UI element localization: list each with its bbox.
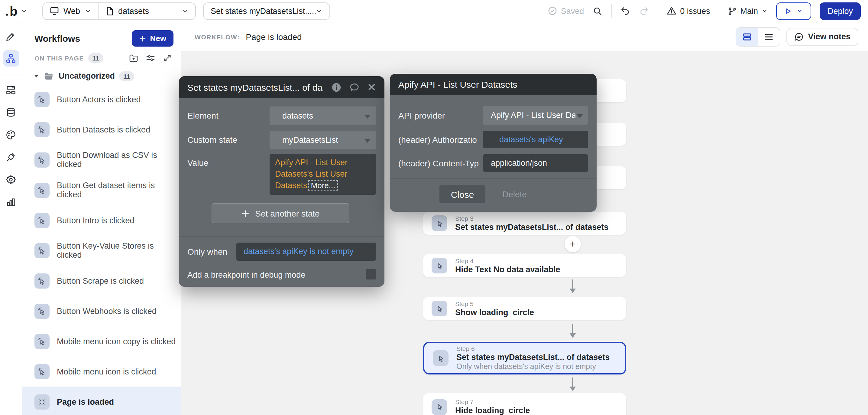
cursor-click-icon <box>34 273 50 288</box>
more-button[interactable]: More... <box>309 180 338 190</box>
divider <box>611 4 612 18</box>
deploy-button[interactable]: Deploy <box>819 2 861 20</box>
delete-button[interactable]: Delete <box>502 189 527 199</box>
components-tab[interactable] <box>3 82 19 98</box>
workflow-selector[interactable]: Set states myDatasetsList..... <box>203 2 330 20</box>
content-type-input[interactable]: application/json <box>483 154 588 172</box>
workflow-list-item[interactable]: Button Scrape is clicked <box>22 266 181 296</box>
page-label: datasets <box>118 6 149 16</box>
auth-header-input[interactable]: datasets's apiKey <box>483 131 588 148</box>
info-icon <box>331 82 342 92</box>
close-dialog-button[interactable]: Close <box>439 185 485 203</box>
step-card[interactable]: Step 4 Hide Text No data available <box>423 254 626 277</box>
step-card[interactable]: Step 3 Set states myDatasetsList... of d… <box>423 212 626 235</box>
cursor-click-icon <box>432 258 447 273</box>
search-button[interactable] <box>592 6 602 16</box>
folder-uncategorized[interactable]: Uncategorized 11 <box>22 71 181 81</box>
app-menu[interactable]: b <box>6 4 34 17</box>
step-card[interactable]: Step 7 Hide loading_circle <box>423 393 626 415</box>
workflow-list-item[interactable]: Button Intro is clicked <box>22 205 181 235</box>
set-another-state-button[interactable]: Set another state <box>212 203 349 223</box>
step-card[interactable]: Step 5 Show loading_circle <box>423 297 626 320</box>
note-icon <box>794 32 804 41</box>
workflow-list-item[interactable]: Button Actors is clicked <box>22 84 181 114</box>
workflow-list-item[interactable]: Mobile menu icon copy is clicked <box>22 326 181 356</box>
workflow-list-item[interactable]: Button Datasets is clicked <box>22 114 181 145</box>
only-when-label: Only when <box>187 247 227 257</box>
branch-selector[interactable]: Main <box>727 6 768 16</box>
cursor-click-icon <box>432 301 447 317</box>
new-workflow-button[interactable]: New <box>132 30 174 47</box>
issues-button[interactable]: 0 issues <box>667 6 710 16</box>
value-expression-input[interactable]: Apify API - List User Datasets's List Us… <box>270 154 376 195</box>
filter-button[interactable] <box>146 53 155 63</box>
arrow-down-icon <box>569 378 577 391</box>
dialog-body: API provider Apify API - List User Dat..… <box>390 95 597 212</box>
preview-run-button[interactable] <box>776 2 811 20</box>
design-tab[interactable] <box>3 28 19 44</box>
workflow-list-item[interactable]: Button Get dataset items is clicked <box>22 175 181 205</box>
divider <box>0 74 22 75</box>
element-dropdown[interactable]: datasets <box>270 107 376 125</box>
workflow-name: Page is loaded <box>246 32 302 41</box>
platform-page-selector: Web datasets <box>42 2 195 20</box>
caret-down-icon <box>33 73 39 79</box>
platform-selector[interactable]: Web <box>43 3 98 19</box>
cards-view-button[interactable] <box>736 28 758 46</box>
only-when-input[interactable]: datasets's apiKey is not empty <box>236 243 376 261</box>
step-number: Step 4 <box>455 257 560 265</box>
add-step-button[interactable]: + <box>564 236 581 252</box>
dialog-body: Element datasets Custom state myDatasets… <box>179 98 384 287</box>
divider <box>390 178 597 179</box>
dialog-header[interactable]: Apify API - List User Datasets <box>390 74 597 95</box>
content-type-label: (header) Content-Typ <box>398 158 479 168</box>
element-label: Element <box>187 111 218 120</box>
settings-tab[interactable] <box>3 171 19 187</box>
workflow-list-item[interactable]: Button Webhooks is clicked <box>22 296 181 326</box>
step-title: Show loading_circle <box>455 307 534 317</box>
redo-button[interactable] <box>639 6 649 16</box>
workflow-tab[interactable] <box>3 50 19 66</box>
cursor-click-icon <box>433 350 448 366</box>
step-card-selected[interactable]: Step 6 Set states myDatasetsList... of d… <box>423 342 626 375</box>
step-title: Set states myDatasetsList... of datasets <box>455 222 609 232</box>
undo-button[interactable] <box>620 6 630 16</box>
cursor-click-icon <box>34 213 50 228</box>
file-icon <box>105 6 114 16</box>
auth-header-label: (header) Authorizatio <box>398 135 477 145</box>
cursor-click-icon <box>34 303 50 319</box>
info-button[interactable] <box>331 82 342 92</box>
logs-tab[interactable] <box>3 194 19 210</box>
comment-button[interactable] <box>349 82 360 92</box>
panel-title: Workflows <box>34 33 80 43</box>
styles-tab[interactable] <box>3 126 19 143</box>
add-folder-button[interactable] <box>129 53 138 63</box>
set-states-dialog: Set states myDatasetsList... of da Eleme… <box>179 76 384 287</box>
custom-state-dropdown[interactable]: myDatasetsList <box>270 131 376 149</box>
page-selector[interactable]: datasets <box>98 3 195 19</box>
workflow-list-item[interactable]: Button Download as CSV is clicked <box>22 145 181 175</box>
step-title: Hide Text No data available <box>455 265 560 274</box>
workflow-list-item[interactable]: Button Key-Value Stores is clicked <box>22 235 181 266</box>
breakpoint-checkbox[interactable] <box>366 269 376 279</box>
monitor-icon <box>50 6 59 16</box>
step-number: Step 6 <box>456 345 610 353</box>
plugins-tab[interactable] <box>3 149 19 165</box>
dialog-header[interactable]: Set states myDatasetsList... of da <box>179 76 384 98</box>
api-call-dialog: Apify API - List User Datasets API provi… <box>390 74 597 212</box>
view-notes-button[interactable]: View notes <box>786 28 858 46</box>
issues-label: 0 issues <box>680 6 710 16</box>
close-button[interactable] <box>368 83 376 91</box>
view-toggle <box>735 27 780 46</box>
workflow-list-item-selected[interactable]: Page is loaded <box>22 387 181 415</box>
expand-button[interactable] <box>163 53 172 63</box>
folder-name: Uncategorized <box>59 71 115 81</box>
workflow-list-item[interactable]: Mobile menu icon is clicked <box>22 356 181 387</box>
data-tab[interactable] <box>3 104 19 120</box>
chevron-down-icon <box>315 7 322 14</box>
api-provider-dropdown[interactable]: Apify API - List User Dat... <box>483 106 588 125</box>
cursor-click-icon <box>432 215 447 231</box>
list-view-button[interactable] <box>758 28 779 46</box>
bubble-logo: b <box>6 4 18 17</box>
branch-icon <box>727 6 737 16</box>
